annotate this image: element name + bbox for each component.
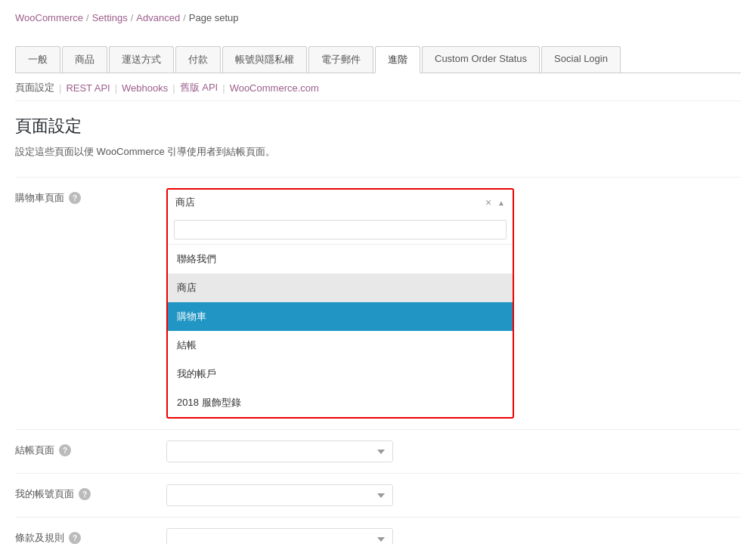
checkout-page-control <box>166 440 741 462</box>
terms-page-help-icon[interactable]: ? <box>69 532 81 544</box>
checkout-page-row: 結帳頁面 ? <box>15 429 741 473</box>
breadcrumb: WooCommerce / Settings / Advanced / Page… <box>15 12 741 23</box>
terms-page-select[interactable] <box>166 528 393 544</box>
tab-general[interactable]: 一般 <box>15 46 60 73</box>
tab-accounts[interactable]: 帳號與隱私權 <box>222 46 307 73</box>
terms-page-label: 條款及規則 ? <box>15 528 166 544</box>
breadcrumb-sep-3: / <box>183 12 186 23</box>
dropdown-action-icons: × ▲ <box>485 196 505 209</box>
tab-navigation: 一般 商品 運送方式 付款 帳號與隱私權 電子郵件 進階 Custom Orde… <box>15 46 741 73</box>
page-description: 設定這些頁面以便 WooCommerce 引導使用者到結帳頁面。 <box>15 145 741 159</box>
cart-page-label-text: 購物車頁面 <box>15 191 64 205</box>
tab-custom-order[interactable]: Custom Order Status <box>422 46 540 73</box>
dropdown-options-list: 聯絡我們 商店 購物車 結帳 我的帳戶 2018 服飾型錄 <box>168 245 513 417</box>
myaccount-page-help-icon[interactable]: ? <box>79 488 91 500</box>
dropdown-selected-row[interactable]: 商店 × ▲ <box>168 190 513 215</box>
page-title: 頁面設定 <box>15 115 741 138</box>
breadcrumb-settings[interactable]: Settings <box>92 12 128 23</box>
cart-page-dropdown[interactable]: 商店 × ▲ 聯絡我們 商店 購物車 結帳 我的帳戶 20 <box>166 188 514 419</box>
cart-page-row: 購物車頁面 ? 商店 × ▲ 聯絡我們 <box>15 177 741 429</box>
breadcrumb-current: Page setup <box>189 12 239 23</box>
subnav-webhooks[interactable]: Webhooks <box>117 82 172 94</box>
dropdown-chevron-icon[interactable]: ▲ <box>497 199 505 207</box>
tab-shipping[interactable]: 運送方式 <box>109 46 174 73</box>
checkout-page-select[interactable] <box>166 440 393 462</box>
sub-navigation: 頁面設定 | REST API | Webhooks | 舊版 API | Wo… <box>15 73 741 101</box>
myaccount-page-select[interactable] <box>166 484 393 506</box>
dropdown-search-box <box>168 215 513 245</box>
dropdown-option-cart[interactable]: 購物車 <box>168 302 513 331</box>
tab-email[interactable]: 電子郵件 <box>308 46 373 73</box>
checkout-page-help-icon[interactable]: ? <box>59 444 71 456</box>
breadcrumb-sep-1: / <box>86 12 89 23</box>
tab-advanced[interactable]: 進階 <box>375 46 420 73</box>
breadcrumb-sep-2: / <box>131 12 134 23</box>
cart-page-label: 購物車頁面 ? <box>15 188 166 205</box>
subnav-page-setup[interactable]: 頁面設定 <box>15 81 59 94</box>
dropdown-option-myaccount[interactable]: 我的帳戶 <box>168 360 513 388</box>
checkout-page-label: 結帳頁面 ? <box>15 440 166 457</box>
dropdown-option-shop[interactable]: 商店 <box>168 274 513 302</box>
dropdown-search-input[interactable] <box>174 220 507 240</box>
dropdown-clear-icon[interactable]: × <box>485 196 491 209</box>
dropdown-option-catalog2018[interactable]: 2018 服飾型錄 <box>168 388 513 417</box>
myaccount-page-label-text: 我的帳號頁面 <box>15 487 74 501</box>
terms-page-row: 條款及規則 ? <box>15 517 741 544</box>
breadcrumb-advanced[interactable]: Advanced <box>136 12 180 23</box>
tab-payment[interactable]: 付款 <box>175 46 221 73</box>
dropdown-option-checkout[interactable]: 結帳 <box>168 331 513 360</box>
tab-social-login[interactable]: Social Login <box>541 46 621 73</box>
myaccount-page-row: 我的帳號頁面 ? <box>15 473 741 517</box>
checkout-page-label-text: 結帳頁面 <box>15 444 54 457</box>
cart-page-help-icon[interactable]: ? <box>69 192 81 204</box>
cart-page-control: 商店 × ▲ 聯絡我們 商店 購物車 結帳 我的帳戶 20 <box>166 188 741 419</box>
myaccount-page-label: 我的帳號頁面 ? <box>15 484 166 501</box>
breadcrumb-woocommerce[interactable]: WooCommerce <box>15 12 83 23</box>
subnav-woocommerce-com[interactable]: WooCommerce.com <box>225 82 324 94</box>
subnav-rest-api[interactable]: REST API <box>61 82 114 94</box>
subnav-legacy-api[interactable]: 舊版 API <box>175 81 223 94</box>
terms-page-label-text: 條款及規則 <box>15 531 64 544</box>
myaccount-page-control <box>166 484 741 506</box>
tab-products[interactable]: 商品 <box>62 46 107 73</box>
dropdown-selected-value: 商店 <box>175 196 195 209</box>
dropdown-option-contact[interactable]: 聯絡我們 <box>168 245 513 274</box>
terms-page-control <box>166 528 741 544</box>
